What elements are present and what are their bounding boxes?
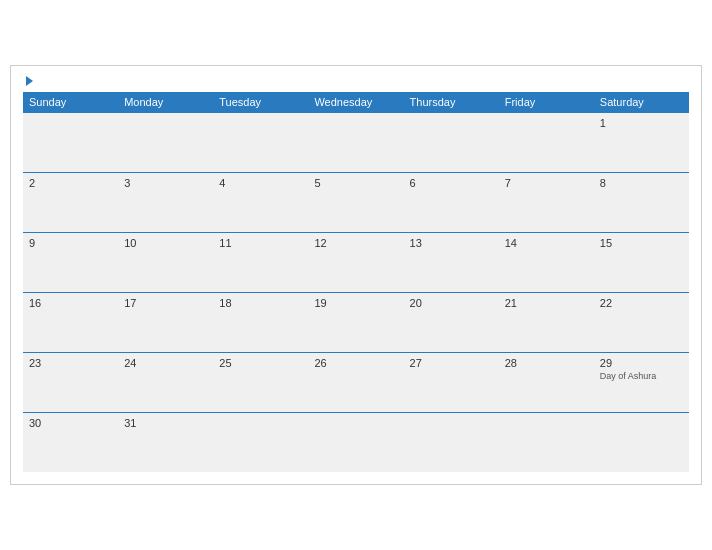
header [23,76,689,86]
day-number: 8 [600,177,683,189]
day-number: 12 [314,237,397,249]
day-header-thursday: Thursday [404,92,499,113]
day-number: 5 [314,177,397,189]
calendar-container: SundayMondayTuesdayWednesdayThursdayFrid… [10,65,702,486]
calendar-cell: 19 [308,292,403,352]
calendar-header: SundayMondayTuesdayWednesdayThursdayFrid… [23,92,689,113]
calendar-cell: 13 [404,232,499,292]
day-number: 20 [410,297,493,309]
days-of-week-row: SundayMondayTuesdayWednesdayThursdayFrid… [23,92,689,113]
calendar-cell: 26 [308,352,403,412]
calendar-cell: 2 [23,172,118,232]
day-number: 26 [314,357,397,369]
calendar-cell: 22 [594,292,689,352]
day-number: 22 [600,297,683,309]
day-header-friday: Friday [499,92,594,113]
calendar-cell: 18 [213,292,308,352]
day-number: 3 [124,177,207,189]
week-row-5: 23242526272829Day of Ashura [23,352,689,412]
day-number: 27 [410,357,493,369]
day-number: 7 [505,177,588,189]
day-number: 24 [124,357,207,369]
day-header-sunday: Sunday [23,92,118,113]
calendar-cell: 15 [594,232,689,292]
day-number: 2 [29,177,112,189]
calendar-cell [213,412,308,472]
calendar-cell [118,112,213,172]
calendar-cell: 28 [499,352,594,412]
calendar-body: 1234567891011121314151617181920212223242… [23,112,689,472]
calendar-cell: 16 [23,292,118,352]
calendar-cell: 9 [23,232,118,292]
calendar-cell [499,112,594,172]
day-number: 25 [219,357,302,369]
day-number: 13 [410,237,493,249]
calendar-cell: 17 [118,292,213,352]
calendar-cell [213,112,308,172]
day-header-tuesday: Tuesday [213,92,308,113]
day-header-saturday: Saturday [594,92,689,113]
calendar-cell [594,412,689,472]
day-number: 6 [410,177,493,189]
calendar-cell: 21 [499,292,594,352]
day-number: 10 [124,237,207,249]
calendar-cell [404,112,499,172]
holiday-label: Day of Ashura [600,371,683,381]
calendar-cell [308,112,403,172]
calendar-cell [23,112,118,172]
calendar-cell: 8 [594,172,689,232]
week-row-1: 1 [23,112,689,172]
calendar-cell: 5 [308,172,403,232]
calendar-cell: 24 [118,352,213,412]
day-number: 14 [505,237,588,249]
calendar-cell: 11 [213,232,308,292]
calendar-table: SundayMondayTuesdayWednesdayThursdayFrid… [23,92,689,473]
day-number: 23 [29,357,112,369]
calendar-cell [499,412,594,472]
calendar-cell: 7 [499,172,594,232]
week-row-3: 9101112131415 [23,232,689,292]
calendar-cell: 29Day of Ashura [594,352,689,412]
logo [23,76,33,86]
day-number: 9 [29,237,112,249]
day-number: 15 [600,237,683,249]
logo-triangle-icon [26,76,33,86]
week-row-2: 2345678 [23,172,689,232]
calendar-cell: 12 [308,232,403,292]
logo-blue-row [23,76,33,86]
calendar-cell [308,412,403,472]
calendar-cell: 20 [404,292,499,352]
calendar-cell: 25 [213,352,308,412]
day-number: 11 [219,237,302,249]
calendar-cell [404,412,499,472]
calendar-cell: 1 [594,112,689,172]
calendar-cell: 4 [213,172,308,232]
day-number: 28 [505,357,588,369]
day-number: 1 [600,117,683,129]
day-number: 19 [314,297,397,309]
day-number: 30 [29,417,112,429]
week-row-4: 16171819202122 [23,292,689,352]
day-number: 17 [124,297,207,309]
day-number: 31 [124,417,207,429]
day-header-monday: Monday [118,92,213,113]
day-number: 4 [219,177,302,189]
calendar-cell: 23 [23,352,118,412]
day-number: 18 [219,297,302,309]
calendar-cell: 10 [118,232,213,292]
day-number: 16 [29,297,112,309]
week-row-6: 3031 [23,412,689,472]
calendar-cell: 31 [118,412,213,472]
day-number: 21 [505,297,588,309]
calendar-cell: 14 [499,232,594,292]
calendar-cell: 6 [404,172,499,232]
day-header-wednesday: Wednesday [308,92,403,113]
day-number: 29 [600,357,683,369]
calendar-cell: 30 [23,412,118,472]
calendar-cell: 3 [118,172,213,232]
calendar-cell: 27 [404,352,499,412]
